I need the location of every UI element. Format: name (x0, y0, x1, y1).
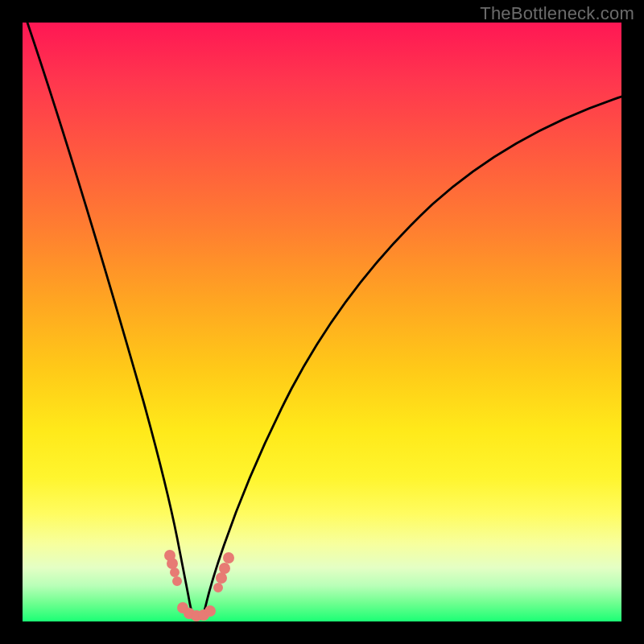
chart-frame: TheBottleneck.com (0, 0, 644, 644)
svg-point-3 (173, 577, 181, 585)
svg-point-8 (205, 606, 215, 616)
svg-point-12 (224, 553, 233, 563)
svg-point-9 (214, 584, 222, 592)
marker-cluster-left (165, 551, 181, 585)
svg-point-2 (171, 568, 179, 576)
marker-cluster-bottom (178, 603, 215, 621)
svg-point-10 (217, 573, 226, 583)
plot-area (23, 23, 621, 621)
marker-group (165, 551, 233, 621)
svg-point-11 (220, 564, 229, 573)
curve-svg (23, 23, 621, 621)
watermark-text: TheBottleneck.com (480, 3, 634, 24)
svg-point-1 (167, 559, 177, 568)
marker-cluster-right (214, 553, 233, 592)
bottleneck-curve (27, 23, 621, 618)
